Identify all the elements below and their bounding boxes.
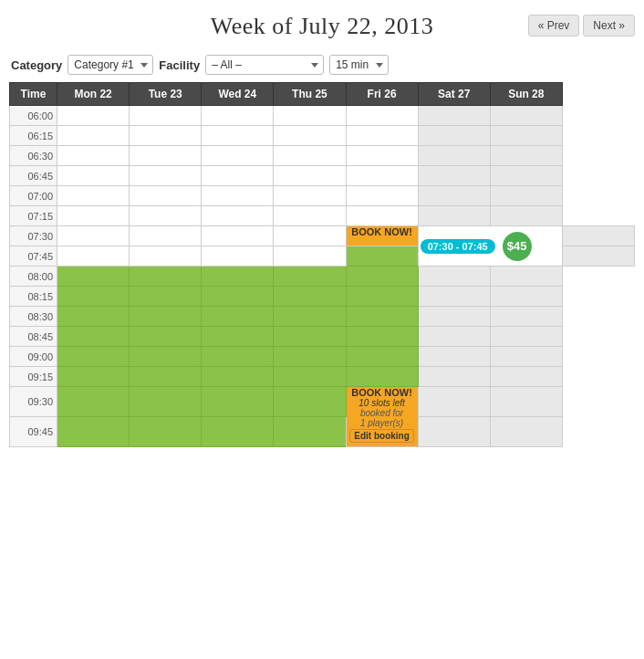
nav-buttons: « Prev Next » <box>528 15 635 37</box>
table-row: 07:15 <box>10 206 635 226</box>
cell-tue-09:15 <box>130 367 202 387</box>
table-row: 07:30BOOK NOW! 07:30 - 07:45 $45 <box>10 226 635 246</box>
edit-booking-button[interactable]: Edit booking <box>349 429 414 443</box>
time-cell: 07:30 <box>10 226 57 246</box>
header: Week of July 22, 2013 « Prev Next » <box>0 0 644 49</box>
booked-for-label: booked for <box>347 408 418 418</box>
cell-mon-08:30 <box>57 307 130 327</box>
cell-mon-06:45 <box>57 166 130 186</box>
table-row: 06:15 <box>10 126 635 146</box>
facility-select[interactable]: – All – <box>205 55 324 75</box>
table-row: 06:45 <box>10 166 635 186</box>
time-cell: 09:45 <box>10 417 57 447</box>
cell-fri-08:30 <box>346 307 418 327</box>
category-select[interactable]: Category #1 <box>68 55 153 75</box>
book-now-fri-0730[interactable]: BOOK NOW! <box>346 226 418 246</box>
table-row: 09:30 BOOK NOW! 10 slots left booked for… <box>10 387 635 417</box>
slots-left: 10 slots left <box>347 398 418 408</box>
table-row: 09:00 <box>10 347 635 367</box>
cell-sat-09:00 <box>418 347 490 367</box>
cell-thu-09:45 <box>274 417 346 447</box>
cell-wed-09:15 <box>202 367 274 387</box>
cell-tue-09:30 <box>130 387 202 417</box>
facility-label: Facility <box>159 58 200 72</box>
col-tue: Tue 23 <box>130 83 202 106</box>
next-button[interactable]: Next » <box>583 15 635 37</box>
cell-mon-09:00 <box>57 347 130 367</box>
table-row: 06:00 <box>10 106 635 126</box>
cell-wed-06:45 <box>202 166 274 186</box>
time-cell: 07:00 <box>10 186 57 206</box>
time-cell: 07:45 <box>10 246 57 267</box>
cell-sat-09:30 <box>418 387 490 417</box>
cell-sun-06:15 <box>490 126 562 146</box>
cell-thu-06:45 <box>274 166 346 186</box>
cell-wed-08:45 <box>202 327 274 347</box>
cell-mon-08:15 <box>57 287 130 307</box>
cell-fri-07:45 <box>346 246 418 267</box>
cell-sun-09:30 <box>490 387 562 417</box>
cell-fri-09:15 <box>346 367 418 387</box>
cell-tue-07:15 <box>130 206 202 226</box>
booking-info-cell[interactable]: BOOK NOW! 10 slots left booked for 1 pla… <box>346 387 418 447</box>
cell-fri-07:00 <box>346 186 418 206</box>
table-row: 09:15 <box>10 367 635 387</box>
time-cell: 08:45 <box>10 327 57 347</box>
col-wed: Wed 24 <box>202 83 274 106</box>
cell-wed-08:30 <box>202 307 274 327</box>
cell-sat-07:00 <box>418 186 490 206</box>
cell-wed-07:45 <box>202 246 274 267</box>
cell-wed-07:15 <box>202 206 274 226</box>
cell-thu-07:45 <box>274 246 346 267</box>
cell-sat-09:45 <box>418 417 490 447</box>
cell-sat-08:15 <box>418 287 490 307</box>
cell-tue-08:45 <box>130 327 202 347</box>
cell-sat-07:15 <box>418 206 490 226</box>
cell-thu-08:30 <box>274 307 346 327</box>
table-row: 08:45 <box>10 327 635 347</box>
cell-tue-08:15 <box>130 287 202 307</box>
cell-fri-06:30 <box>346 146 418 166</box>
cell-mon-07:15 <box>57 206 130 226</box>
time-cell: 06:00 <box>10 106 57 126</box>
cell-sat-09:15 <box>418 367 490 387</box>
cell-fri-06:00 <box>346 106 418 126</box>
cell-wed-09:00 <box>202 347 274 367</box>
category-label: Category <box>11 58 62 72</box>
cell-mon-09:15 <box>57 367 130 387</box>
cell-sat-07:30: 07:30 - 07:45 $45 <box>418 226 562 267</box>
table-row: 08:30 <box>10 307 635 327</box>
cell-sun-08:15 <box>490 287 562 307</box>
cell-tue-09:45 <box>130 417 202 447</box>
calendar-wrapper: Time Mon 22 Tue 23 Wed 24 Thu 25 Fri 26 … <box>0 82 644 447</box>
cell-wed-06:30 <box>202 146 274 166</box>
booking-detail: BOOK NOW! 10 slots left booked for 1 pla… <box>347 387 418 443</box>
cell-sun-07:30 <box>562 226 634 246</box>
cell-wed-06:15 <box>202 126 274 146</box>
time-cell: 08:00 <box>10 267 57 287</box>
prev-button[interactable]: « Prev <box>528 15 580 37</box>
cell-fri-06:45 <box>346 166 418 186</box>
cell-mon-06:00 <box>57 106 130 126</box>
interval-select[interactable]: 15 min <box>329 55 389 75</box>
table-row: 09:45 <box>10 417 635 447</box>
col-sat: Sat 27 <box>418 83 490 106</box>
cell-fri-08:00 <box>346 267 418 287</box>
cell-fri-06:15 <box>346 126 418 146</box>
cell-thu-08:45 <box>274 327 346 347</box>
cell-thu-09:00 <box>274 347 346 367</box>
cell-mon-08:45 <box>57 327 130 347</box>
cell-sun-06:00 <box>490 106 562 126</box>
time-cell: 09:15 <box>10 367 57 387</box>
cell-tue-08:00 <box>130 267 202 287</box>
cell-sat-06:15 <box>418 126 490 146</box>
time-cell: 07:15 <box>10 206 57 226</box>
cell-sun-07:15 <box>490 206 562 226</box>
time-cell: 06:45 <box>10 166 57 186</box>
cell-sat-06:00 <box>418 106 490 126</box>
cell-thu-06:15 <box>274 126 346 146</box>
book-now-label2: BOOK NOW! <box>347 387 418 398</box>
time-cell: 09:30 <box>10 387 57 417</box>
cell-tue-09:00 <box>130 347 202 367</box>
cell-thu-09:15 <box>274 367 346 387</box>
